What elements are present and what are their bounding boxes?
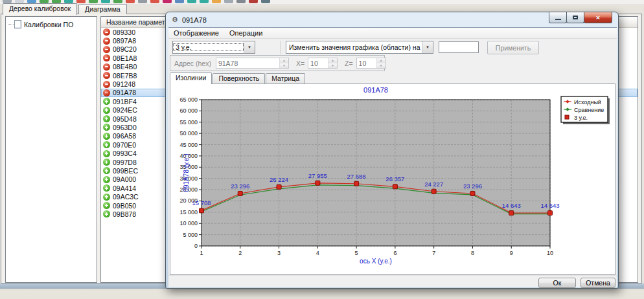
toolbar-icon[interactable] bbox=[113, 0, 122, 3]
dialog-tab-bar: Изолинии Поверхность Матрица bbox=[170, 72, 306, 83]
spin-up-icon[interactable]: ▲ bbox=[280, 58, 288, 63]
spin-down-icon[interactable]: ▼ bbox=[280, 63, 288, 68]
toolbar-icon[interactable] bbox=[163, 0, 172, 3]
document-icon bbox=[14, 20, 21, 28]
parameter-id: 099BEC bbox=[113, 167, 138, 175]
spin-down-icon[interactable]: ▼ bbox=[328, 63, 337, 68]
minimize-icon bbox=[555, 19, 561, 20]
added-icon bbox=[103, 184, 110, 192]
toolbar-icon[interactable] bbox=[126, 0, 135, 3]
operation-combobox-value: Изменить значения графика (области) на з… bbox=[286, 43, 422, 51]
spin-down-icon[interactable]: ▼ bbox=[377, 63, 385, 68]
parameter-id: 089C20 bbox=[113, 45, 137, 53]
removed-icon bbox=[103, 89, 110, 96]
toolbar-icon[interactable] bbox=[187, 0, 196, 3]
added-icon bbox=[103, 150, 110, 157]
parameter-id: 08E7B8 bbox=[113, 72, 137, 80]
tab-surface[interactable]: Поверхность bbox=[213, 73, 265, 83]
removed-icon bbox=[103, 38, 110, 45]
x-tick-label: 3 bbox=[277, 250, 281, 256]
toolbar-icon[interactable] bbox=[138, 0, 147, 3]
minimize-button[interactable] bbox=[549, 12, 567, 23]
parameter-id: 091BF4 bbox=[113, 98, 137, 105]
spinner-buttons[interactable]: ▲▼ bbox=[376, 58, 385, 68]
data-point-marker bbox=[238, 192, 242, 196]
y-tick-label: 60 000 bbox=[179, 107, 198, 114]
y-axis-title: 091A78 (у.е.) bbox=[183, 153, 190, 192]
address-label: Адрес (hex) bbox=[174, 60, 211, 67]
tab-diagram[interactable]: Диаграмма bbox=[78, 4, 127, 14]
point-label: 27 955 bbox=[308, 172, 327, 179]
spin-up-icon[interactable]: ▲ bbox=[377, 58, 385, 63]
operation-combobox[interactable]: Изменить значения графика (области) на з… bbox=[286, 41, 433, 54]
x-stepper[interactable]: ▲▼ bbox=[308, 58, 338, 69]
parameter-id: 09B050 bbox=[113, 202, 136, 210]
spinner-buttons[interactable]: ▲▼ bbox=[279, 58, 288, 68]
toolbar-icon[interactable] bbox=[212, 0, 221, 3]
x-tick-label: 9 bbox=[510, 250, 513, 256]
y-tick-label: 50 000 bbox=[179, 130, 198, 137]
maximize-button[interactable] bbox=[566, 12, 584, 23]
close-button[interactable]: × bbox=[584, 12, 612, 23]
x-tick-label: 8 bbox=[471, 250, 474, 256]
isoline-chart: 091A7805 00010 00015 00020 00025 00030 0… bbox=[170, 84, 615, 274]
tree-connector bbox=[8, 24, 14, 25]
y-tick-label: 55 000 bbox=[179, 119, 198, 126]
window-controls: × bbox=[549, 12, 612, 23]
toolbar-icon[interactable] bbox=[224, 0, 233, 3]
x-input[interactable] bbox=[308, 58, 328, 68]
removed-icon bbox=[103, 46, 110, 53]
removed-icon bbox=[103, 72, 110, 79]
toolbar-icon[interactable] bbox=[101, 0, 110, 3]
toolbar-icon[interactable] bbox=[249, 0, 258, 3]
toolbar-icon[interactable] bbox=[261, 0, 270, 3]
chevron-down-icon[interactable]: ▼ bbox=[422, 41, 433, 53]
dialog-title: 091A78 bbox=[182, 16, 207, 24]
z-input[interactable] bbox=[357, 58, 376, 68]
dialog-footer: Ок Отмена bbox=[168, 275, 617, 287]
x-axis-title: ось X (у.е.) bbox=[360, 258, 392, 265]
added-icon bbox=[103, 98, 110, 105]
toolbar-icon[interactable] bbox=[236, 0, 246, 3]
cancel-button[interactable]: Отмена bbox=[581, 278, 615, 288]
toolbar-icon[interactable] bbox=[175, 0, 184, 3]
tab-matrix[interactable]: Матрица bbox=[266, 73, 305, 83]
toolbar-separator bbox=[280, 41, 281, 54]
plot-area bbox=[201, 100, 550, 246]
tree-item-calibrations[interactable]: Калибровки ПО bbox=[8, 20, 97, 28]
ok-button[interactable]: Ок bbox=[538, 278, 576, 288]
toolbar-icon[interactable] bbox=[200, 0, 209, 3]
added-icon bbox=[103, 159, 110, 166]
chevron-down-icon[interactable]: ▼ bbox=[244, 41, 255, 53]
toolbar-icon[interactable] bbox=[150, 0, 159, 3]
maximize-icon bbox=[573, 16, 578, 19]
address-field[interactable]: ▲▼ bbox=[216, 58, 289, 69]
menu-operations[interactable]: Операции bbox=[224, 28, 268, 38]
parameter-id: 0963D0 bbox=[113, 124, 137, 131]
address-input[interactable] bbox=[216, 58, 279, 68]
z-label: Z= bbox=[345, 60, 353, 67]
value-input[interactable] bbox=[439, 41, 479, 53]
spinner-buttons[interactable]: ▲▼ bbox=[328, 58, 337, 68]
apply-button[interactable]: Применить bbox=[487, 41, 539, 54]
units-combobox-value: 3 у.е. bbox=[173, 43, 244, 51]
units-combobox[interactable]: 3 у.е. ▼ bbox=[172, 41, 255, 54]
y-tick-label: 0 bbox=[194, 243, 198, 249]
x-tick-label: 10 bbox=[547, 250, 553, 256]
toolbar-icon[interactable] bbox=[89, 0, 98, 3]
point-label: 14 643 bbox=[502, 202, 521, 209]
z-stepper[interactable]: ▲▼ bbox=[356, 58, 386, 69]
menu-display[interactable]: Отображение bbox=[168, 28, 224, 38]
parameter-id: 091A78 bbox=[113, 89, 136, 96]
tab-isolines[interactable]: Изолинии bbox=[170, 72, 212, 84]
y-tick-label: 5 000 bbox=[183, 232, 198, 238]
toolbar-icon[interactable] bbox=[76, 0, 86, 3]
tab-calibration-tree[interactable]: Дерево калибровок bbox=[3, 3, 77, 15]
data-point-marker bbox=[316, 181, 320, 185]
parameter-id: 095D48 bbox=[113, 115, 137, 123]
parameter-id: 0897A8 bbox=[113, 37, 136, 45]
data-point-marker bbox=[277, 184, 281, 189]
removed-icon bbox=[103, 54, 110, 61]
spin-up-icon[interactable]: ▲ bbox=[328, 58, 337, 63]
point-label: 15 708 bbox=[192, 199, 211, 206]
